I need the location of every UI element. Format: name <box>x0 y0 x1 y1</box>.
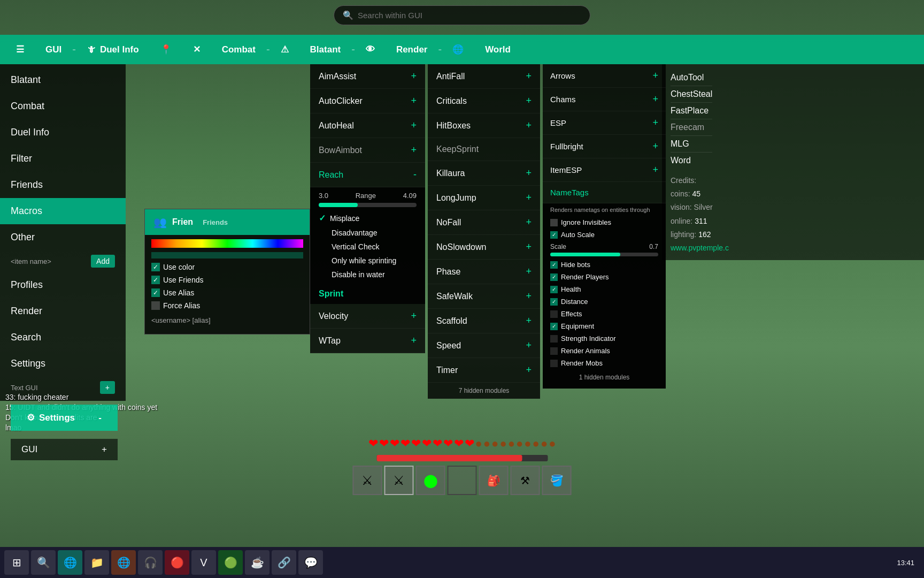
antifall-plus-btn[interactable]: + <box>526 71 532 82</box>
timer-plus-btn[interactable]: + <box>526 364 532 376</box>
esp-plus-btn[interactable]: + <box>652 117 658 128</box>
nav-eye-icon[interactable]: 👁 <box>355 44 386 55</box>
noslowdown-plus-btn[interactable]: + <box>526 241 532 253</box>
module-arrows[interactable]: Arrows + <box>543 64 666 88</box>
hotbar-slot-1[interactable]: ⚔ <box>353 466 382 495</box>
module-cheststeeal[interactable]: ChestSteal <box>671 86 712 103</box>
nav-pin-icon[interactable]: 📍 <box>150 44 182 55</box>
longjump-plus-btn[interactable]: + <box>526 192 532 203</box>
taskbar-browser-btn[interactable]: 🌐 <box>58 550 82 575</box>
nav-world[interactable]: World <box>474 44 521 55</box>
module-antifall[interactable]: AntiFall + <box>428 64 540 89</box>
sidebar-item-friends[interactable]: Friends <box>0 172 126 198</box>
search-input[interactable] <box>358 11 581 20</box>
hotbar-slot-6[interactable]: ⚒ <box>511 466 540 495</box>
module-hitboxes[interactable]: HitBoxes + <box>428 113 540 138</box>
render-mobs-checkbox[interactable] <box>550 360 558 367</box>
hide-bots-checkbox[interactable]: ✓ <box>550 261 558 269</box>
settings-button[interactable]: ⚙ Settings - <box>11 405 118 431</box>
module-scaffold[interactable]: Scaffold + <box>428 309 540 333</box>
nav-combat[interactable]: Combat <box>211 44 266 55</box>
module-autotool[interactable]: AutoTool <box>671 70 712 86</box>
nav-gui[interactable]: GUI <box>35 44 72 55</box>
chams-plus-btn[interactable]: + <box>652 94 658 105</box>
nav-duel-info[interactable]: 🗡 Duel Info <box>76 44 150 55</box>
sidebar-item-search[interactable]: Search <box>0 324 126 351</box>
strength-checkbox[interactable] <box>550 335 558 343</box>
taskbar-red-btn[interactable]: 🔴 <box>165 550 189 575</box>
sidebar-item-duel-info[interactable]: Duel Info <box>0 119 126 146</box>
module-longjump[interactable]: LongJump + <box>428 186 540 210</box>
nav-render[interactable]: Render <box>386 44 438 55</box>
taskbar-chrome-btn[interactable]: 🌐 <box>111 550 136 575</box>
taskbar-folder-btn[interactable]: 📁 <box>84 550 109 575</box>
nav-globe-icon[interactable]: 🌐 <box>442 44 474 55</box>
gui-button[interactable]: GUI + <box>11 439 118 460</box>
nav-blatant[interactable]: Blatant <box>299 44 352 55</box>
speed-plus-btn[interactable]: + <box>526 340 532 351</box>
criticals-plus-btn[interactable]: + <box>526 95 532 107</box>
module-freecam[interactable]: Freecam <box>671 119 712 136</box>
nofall-plus-btn[interactable]: + <box>526 217 532 228</box>
water-label[interactable]: Disable in water <box>332 270 385 279</box>
sidebar-item-combat[interactable]: Combat <box>0 93 126 119</box>
sidebar-item-render[interactable]: Render <box>0 298 126 324</box>
module-bowaimbot[interactable]: BowAimbot + <box>310 138 425 163</box>
effects-checkbox[interactable] <box>550 310 558 318</box>
module-mlg[interactable]: MLG <box>671 136 712 153</box>
hotbar-slot-4[interactable] <box>448 466 477 495</box>
vertical-label[interactable]: Vertical Check <box>332 242 379 251</box>
bowaimbot-plus-btn[interactable]: + <box>411 144 417 156</box>
module-velocity[interactable]: Velocity + <box>310 304 425 329</box>
render-animals-checkbox[interactable] <box>550 347 558 355</box>
velocity-plus-btn[interactable]: + <box>411 310 417 322</box>
module-nofall[interactable]: NoFall + <box>428 210 540 235</box>
nav-menu-icon[interactable]: ☰ <box>5 44 35 55</box>
hotbar-slot-5[interactable]: 🎒 <box>479 466 509 495</box>
reach-minus-btn[interactable]: - <box>413 169 417 180</box>
module-chams[interactable]: Chams + <box>543 88 666 111</box>
module-esp[interactable]: ESP + <box>543 111 666 135</box>
sidebar-item-other[interactable]: Other <box>0 224 126 250</box>
fullbright-plus-btn[interactable]: + <box>652 141 658 152</box>
nametags-scale-slider[interactable] <box>550 253 658 256</box>
ignore-invisibles-checkbox[interactable] <box>550 219 558 226</box>
module-safewalk[interactable]: SafeWalk + <box>428 284 540 309</box>
module-wtap[interactable]: WTap + <box>310 329 425 353</box>
module-aimassist[interactable]: AimAssist + <box>310 64 425 89</box>
killaura-plus-btn[interactable]: + <box>526 168 532 179</box>
top-search-bar[interactable]: 🔍 <box>334 5 590 25</box>
sidebar-item-settings[interactable]: Settings <box>0 351 126 377</box>
friends-popup-tab[interactable]: Friends <box>203 218 228 226</box>
autoheal-plus-btn[interactable]: + <box>411 120 417 131</box>
nav-close-icon[interactable]: ✕ <box>182 44 211 55</box>
module-fullbright[interactable]: Fullbright + <box>543 135 666 158</box>
reach-slider-track[interactable] <box>319 203 417 207</box>
friends-color-bar[interactable] <box>151 239 303 248</box>
phase-plus-btn[interactable]: + <box>526 266 532 277</box>
module-noslowdown[interactable]: NoSlowdown + <box>428 235 540 260</box>
itemesp-plus-btn[interactable]: + <box>652 164 658 176</box>
wtap-plus-btn[interactable]: + <box>411 335 417 346</box>
sidebar-item-macros[interactable]: Macros <box>0 198 126 224</box>
scaffold-plus-btn[interactable]: + <box>526 315 532 326</box>
sidebar-item-profiles[interactable]: Profiles <box>0 272 126 298</box>
hitboxes-plus-btn[interactable]: + <box>526 120 532 131</box>
autoclicker-plus-btn[interactable]: + <box>411 95 417 107</box>
module-sprint-header[interactable]: Sprint <box>310 286 425 304</box>
use-color-checkbox[interactable]: ✓ <box>151 263 160 271</box>
text-gui-plus-button[interactable]: + <box>100 381 115 394</box>
module-speed[interactable]: Speed + <box>428 333 540 358</box>
taskbar-discord-btn[interactable]: 💬 <box>298 550 323 575</box>
hotbar-slot-3[interactable]: ⬤ <box>416 466 445 495</box>
sprinting-label[interactable]: Only while sprinting <box>332 256 396 265</box>
render-players-checkbox[interactable]: ✓ <box>550 273 558 281</box>
hotbar-slot-2[interactable]: ⚔ <box>384 466 414 495</box>
health-checkbox[interactable]: ✓ <box>550 286 558 293</box>
sidebar-item-filter[interactable]: Filter <box>0 146 126 172</box>
taskbar-start-btn[interactable]: ⊞ <box>4 550 29 575</box>
nav-warn-icon[interactable]: ⚠ <box>270 44 299 55</box>
auto-scale-checkbox[interactable]: ✓ <box>550 231 558 239</box>
safewalk-plus-btn[interactable]: + <box>526 291 532 302</box>
module-autoclicker[interactable]: AutoClicker + <box>310 89 425 113</box>
